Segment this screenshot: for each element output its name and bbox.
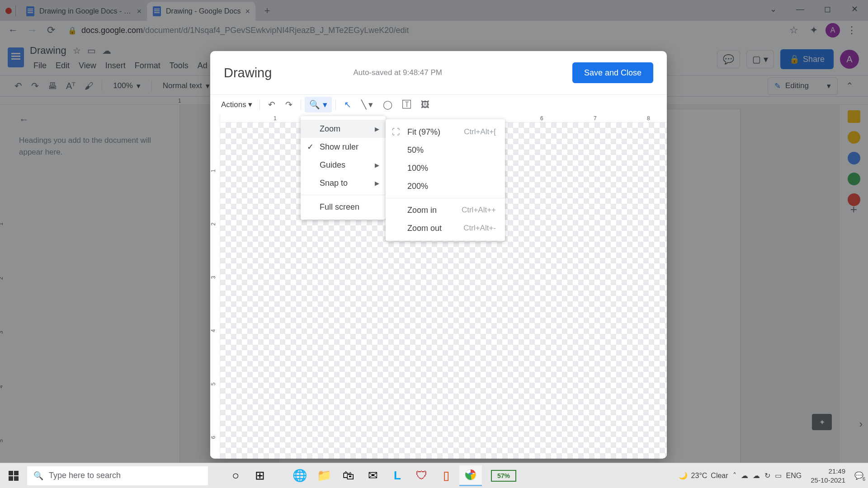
menu-item-zoom[interactable]: Zoom ▶ xyxy=(301,120,386,138)
menu-item-full-screen[interactable]: Full screen xyxy=(301,198,386,216)
app-l-icon[interactable]: L xyxy=(386,465,409,486)
dialog-title: Drawing xyxy=(224,66,272,80)
windows-taskbar: 🔍 Type here to search ○ ⊞ 🌐 📁 🛍 ✉ L 🛡 ▯ … xyxy=(0,463,868,488)
actions-menu-button[interactable]: Actions ▾ xyxy=(217,97,256,112)
zoom-50[interactable]: 50% xyxy=(386,141,505,159)
edge-icon[interactable]: 🌐 xyxy=(288,465,311,486)
check-icon: ✓ xyxy=(307,142,314,152)
line-tool-icon[interactable]: ╲ ▾ xyxy=(357,97,377,113)
office-icon[interactable]: ▯ xyxy=(435,465,458,486)
clock[interactable]: 21:49 25-10-2021 xyxy=(806,467,850,484)
mail-icon[interactable]: ✉ xyxy=(362,465,384,486)
drawing-ruler-vertical: 1 2 3 4 5 6 xyxy=(210,114,220,459)
update-icon[interactable]: ↻ xyxy=(764,471,770,480)
chrome-icon[interactable] xyxy=(459,465,482,486)
zoom-fit[interactable]: ⛶ Fit (97%) Ctrl+Alt+[ xyxy=(386,123,505,141)
menu-item-snap-to[interactable]: Snap to ▶ xyxy=(301,174,386,192)
menu-item-show-ruler[interactable]: ✓ Show ruler xyxy=(301,138,386,156)
battery-icon[interactable]: ▭ xyxy=(775,471,782,480)
search-placeholder: Type here to search xyxy=(49,471,121,480)
zoom-tool-button[interactable]: 🔍 ▾ xyxy=(305,97,331,113)
textbox-tool-icon[interactable]: 🅃 xyxy=(398,97,415,113)
undo-icon[interactable]: ↶ xyxy=(264,97,280,113)
zoom-100[interactable]: 100% xyxy=(386,159,505,177)
zoom-200[interactable]: 200% xyxy=(386,177,505,195)
store-icon[interactable]: 🛍 xyxy=(337,465,360,486)
save-and-close-button[interactable]: Save and Close xyxy=(572,62,653,83)
weather-widget[interactable]: 🌙 23°C Clear xyxy=(679,471,728,480)
task-view-icon[interactable]: ⊞ xyxy=(249,465,271,486)
image-tool-icon[interactable]: 🖼 xyxy=(416,97,434,113)
onedrive-icon[interactable]: ☁ xyxy=(741,471,748,480)
cloud-icon[interactable]: ☁ xyxy=(753,471,760,480)
search-icon: 🔍 xyxy=(33,471,43,481)
cortana-icon[interactable]: ○ xyxy=(224,465,247,486)
battery-indicator[interactable]: 57% xyxy=(491,470,516,482)
shape-tool-icon[interactable]: ◯ xyxy=(378,97,397,113)
autosave-status: Auto-saved at 9:48:47 PM xyxy=(353,68,442,77)
drawing-dialog: Drawing Auto-saved at 9:48:47 PM Save an… xyxy=(210,51,667,459)
menu-item-guides[interactable]: Guides ▶ xyxy=(301,156,386,174)
zoom-submenu: ⛶ Fit (97%) Ctrl+Alt+[ 50% 100% 200% Zoo… xyxy=(386,119,505,241)
submenu-arrow-icon: ▶ xyxy=(375,126,379,132)
submenu-arrow-icon: ▶ xyxy=(375,180,379,187)
start-button[interactable] xyxy=(0,463,27,488)
mcafee-icon[interactable]: 🛡 xyxy=(410,465,433,486)
redo-icon[interactable]: ↷ xyxy=(281,97,297,113)
select-tool-icon[interactable]: ↖ xyxy=(340,97,356,113)
view-dropdown-menu: Zoom ▶ ✓ Show ruler Guides ▶ Snap to ▶ F… xyxy=(301,116,386,220)
fit-icon: ⛶ xyxy=(392,127,400,137)
moon-icon: 🌙 xyxy=(679,471,688,480)
zoom-out[interactable]: Zoom out Ctrl+Alt+- xyxy=(386,219,505,237)
drawing-toolbar: Actions ▾ ↶ ↷ 🔍 ▾ ↖ ╲ ▾ ◯ 🅃 🖼 xyxy=(210,94,667,114)
taskbar-search[interactable]: 🔍 Type here to search xyxy=(27,466,208,485)
submenu-arrow-icon: ▶ xyxy=(375,162,379,169)
explorer-icon[interactable]: 📁 xyxy=(313,465,335,486)
tray-chevron-icon[interactable]: ˄ xyxy=(733,471,736,480)
language-indicator[interactable]: ENG xyxy=(786,472,802,480)
notifications-icon[interactable]: 💬6 xyxy=(854,471,863,480)
zoom-in[interactable]: Zoom in Ctrl+Alt++ xyxy=(386,201,505,219)
